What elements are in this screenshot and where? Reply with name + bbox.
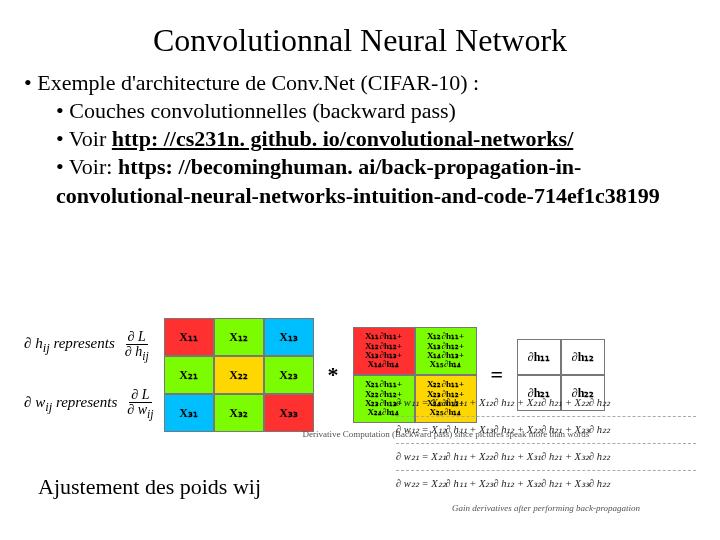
dw-represents: ∂ wij represents ∂ L∂ wij: [24, 388, 156, 420]
dh-represents: ∂ hij represents ∂ L∂ hij: [24, 330, 156, 362]
bullet-lvl1-a: Couches convolutionnelles (backward pass…: [56, 97, 696, 125]
dh-block-cell: X₁₂∂h₁₁+ X₁₃∂h₁₂+ X₁₄∂h₁₃+ X₁₅∂h₁₄: [415, 327, 477, 375]
slide-title: Convolutionnal Neural Network: [24, 22, 696, 59]
x-cell: X₁₃: [264, 318, 314, 356]
input-x-grid: X₁₁X₁₂X₁₃X₂₁X₂₂X₂₃X₃₁X₃₂X₃₃: [164, 318, 314, 432]
conv-operator: *: [328, 362, 339, 388]
bullet-prefix: Voir:: [69, 154, 118, 179]
bullet-lvl1-b: Voir http: //cs231n. github. io/convolut…: [56, 125, 696, 153]
weq-row: ∂ w₂₂ = X₂₂∂ h₁₁ + X₂₃∂ h₁₂ + X₃₂∂ h₂₁ +…: [396, 470, 696, 497]
weight-adjust-label: Ajustement des poids wij: [38, 474, 261, 500]
x-cell: X₃₁: [164, 394, 214, 432]
weq-row: ∂ w₁₁ = X₁₁∂ h₁₁ + X₁₂∂ h₁₂ + X₂₁∂ h₂₁ +…: [396, 390, 696, 416]
bullet-prefix: Voir: [69, 126, 112, 151]
represents-column: ∂ hij represents ∂ L∂ hij ∂ wij represen…: [24, 330, 156, 421]
bullet-lvl1-c: Voir: https: //becominghuman. ai/back-pr…: [56, 153, 696, 209]
equals-operator: =: [491, 362, 504, 388]
x-cell: X₃₂: [214, 394, 264, 432]
link-cs231n[interactable]: http: //cs231n. github. io/convolutional…: [112, 126, 573, 151]
bullet-lvl0: Exemple d'architecture de Conv.Net (CIFA…: [24, 69, 696, 97]
link-becominghuman: https: //becominghuman. ai/back-propagat…: [56, 154, 660, 207]
caption-gain: Gain derivatives after performing back-p…: [396, 501, 696, 516]
x-cell: X₁₂: [214, 318, 264, 356]
x-cell: X₁₁: [164, 318, 214, 356]
dh-result-cell: ∂h₁₁: [517, 339, 561, 375]
dh-block-cell: X₁₁∂h₁₁+ X₁₂∂h₁₂+ X₁₃∂h₁₃+ X₁₄∂h₁₄: [353, 327, 415, 375]
dh-result-cell: ∂h₁₂: [561, 339, 605, 375]
x-cell: X₂₂: [214, 356, 264, 394]
x-cell: X₃₃: [264, 394, 314, 432]
x-cell: X₂₁: [164, 356, 214, 394]
weight-equations: ∂ w₁₁ = X₁₁∂ h₁₁ + X₁₂∂ h₁₂ + X₂₁∂ h₂₁ +…: [396, 390, 696, 516]
weq-row: ∂ w₁₂ = X₁₂∂ h₁₁ + X₁₃∂ h₁₂ + X₂₂∂ h₂₁ +…: [396, 416, 696, 443]
weq-row: ∂ w₂₁ = X₂₁∂ h₁₁ + X₂₂∂ h₁₂ + X₃₁∂ h₂₁ +…: [396, 443, 696, 470]
body-text: Exemple d'architecture de Conv.Net (CIFA…: [24, 69, 696, 210]
x-cell: X₂₃: [264, 356, 314, 394]
